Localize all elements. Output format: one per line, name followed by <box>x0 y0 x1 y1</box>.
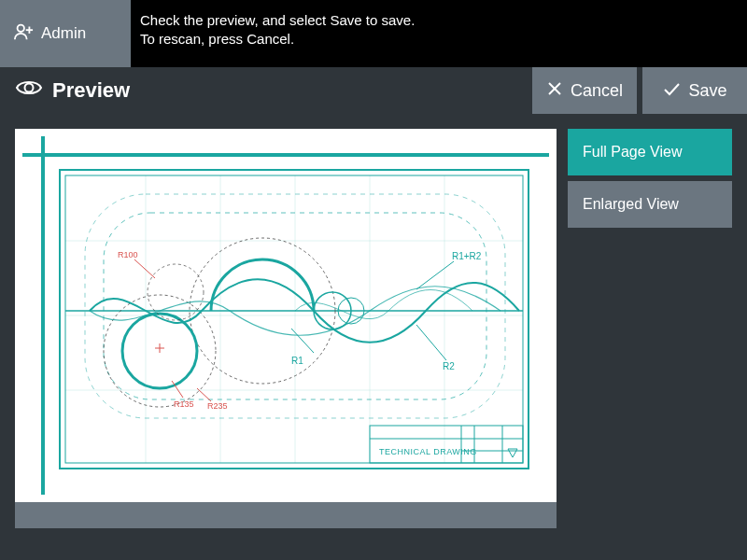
full-page-view-label: Full Page View <box>583 144 682 161</box>
horizontal-scrollbar[interactable] <box>15 502 557 528</box>
check-icon <box>662 80 681 102</box>
cancel-label: Cancel <box>571 81 623 101</box>
full-page-view-button[interactable]: Full Page View <box>568 129 732 175</box>
svg-line-30 <box>416 325 446 360</box>
annotation-r100: R100 <box>118 250 138 259</box>
svg-marker-41 <box>508 449 517 457</box>
svg-rect-35 <box>370 426 523 463</box>
close-icon <box>546 80 563 102</box>
user-icon <box>13 21 34 46</box>
page-title: Preview <box>0 77 527 104</box>
enlarged-view-label: Enlarged View <box>583 196 679 213</box>
annotation-r1r2: R1+R2 <box>452 251 482 261</box>
preview-panel[interactable]: R100 R135 R235 R1 R2 R1+R2 TECHNICAL <box>15 129 557 502</box>
annotation-r235: R235 <box>207 401 228 411</box>
annotation-r1: R1 <box>291 356 303 366</box>
save-label: Save <box>688 81 726 101</box>
page-title-text: Preview <box>52 78 130 103</box>
instruction-text: Check the preview, and select Save to sa… <box>131 0 424 67</box>
instruction-line-1: Check the preview, and select Save to sa… <box>140 11 415 30</box>
cancel-button[interactable]: Cancel <box>532 67 637 114</box>
annotation-r2: R2 <box>443 361 455 371</box>
admin-badge[interactable]: Admin <box>0 0 131 67</box>
instruction-line-2: To rescan, press Cancel. <box>140 30 415 49</box>
enlarged-view-button[interactable]: Enlarged View <box>568 181 732 228</box>
svg-line-29 <box>291 329 314 353</box>
svg-point-3 <box>25 84 34 92</box>
annotation-r135: R135 <box>174 399 194 409</box>
save-button[interactable]: Save <box>642 67 747 114</box>
svg-rect-9 <box>65 175 523 463</box>
admin-label: Admin <box>41 24 86 43</box>
svg-point-0 <box>18 25 24 32</box>
eye-icon <box>15 77 43 104</box>
scanned-document: R100 R135 R235 R1 R2 R1+R2 TECHNICAL <box>15 129 557 502</box>
svg-line-31 <box>416 261 454 289</box>
title-block-text: TECHNICAL DRAWING <box>379 447 477 456</box>
svg-line-32 <box>134 259 155 278</box>
